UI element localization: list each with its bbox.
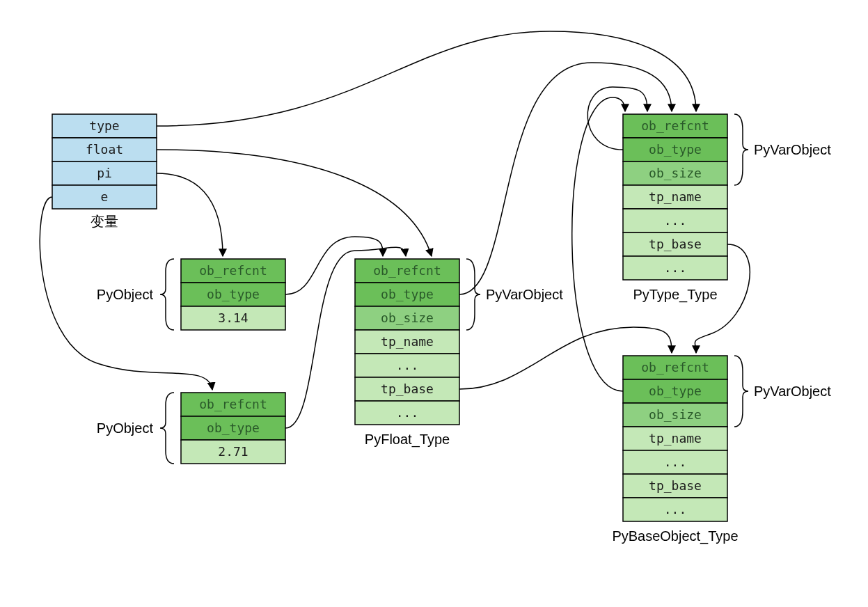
pybaseobject-type: ob_refcnt ob_type ob_size tp_name ... tp… — [612, 356, 831, 544]
vars-cell-type: type — [89, 118, 119, 133]
base-caption: PyBaseObject_Type — [612, 528, 738, 544]
base-cell-refcnt: ob_refcnt — [641, 360, 709, 375]
pi-cell-obtype: ob_type — [207, 287, 260, 301]
base-cell-dots2: ... — [664, 502, 687, 517]
type-caption: PyType_Type — [633, 287, 717, 303]
float-cell-tpbase: tp_base — [381, 381, 434, 396]
float-cell-dots1: ... — [396, 358, 419, 372]
float-cell-dots2: ... — [396, 405, 419, 420]
base-cell-dots1: ... — [664, 455, 687, 469]
vars-table: type float pi e 变量 — [52, 114, 157, 229]
type-cell-dots1: ... — [664, 213, 687, 228]
e-brace-label: PyObject — [97, 420, 154, 436]
base-cell-obsize: ob_size — [649, 407, 702, 422]
diagram-canvas: type float pi e 变量 ob_refcnt ob_type 3.1… — [14, 14, 868, 607]
type-cell-obsize: ob_size — [649, 166, 702, 180]
vars-caption: 变量 — [90, 214, 118, 229]
base-cell-obtype: ob_type — [649, 384, 702, 398]
vars-cell-e: e — [101, 189, 109, 204]
type-cell-tpname: tp_name — [649, 189, 702, 204]
base-brace-label: PyVarObject — [754, 384, 831, 399]
type-brace-label: PyVarObject — [754, 142, 831, 157]
pytype-type: ob_refcnt ob_type ob_size tp_name ... tp… — [623, 114, 831, 303]
arrow-type-to-pytype — [157, 31, 696, 126]
pi-object: ob_refcnt ob_type 3.14 PyObject — [97, 259, 285, 330]
pyfloat-type: ob_refcnt ob_type ob_size tp_name ... tp… — [355, 259, 563, 448]
float-cell-obtype: ob_type — [381, 287, 434, 301]
base-cell-tpname: tp_name — [649, 431, 702, 446]
type-cell-tpbase: tp_base — [649, 237, 702, 251]
type-cell-obtype: ob_type — [649, 142, 702, 157]
float-cell-obsize: ob_size — [381, 310, 434, 325]
e-cell-refcnt: ob_refcnt — [199, 397, 267, 411]
e-object: ob_refcnt ob_type 2.71 PyObject — [97, 393, 285, 464]
base-cell-tpbase: tp_base — [649, 478, 702, 493]
float-cell-refcnt: ob_refcnt — [373, 263, 441, 278]
pi-brace-label: PyObject — [97, 287, 154, 302]
type-cell-refcnt: ob_refcnt — [641, 118, 709, 133]
vars-cell-float: float — [86, 142, 123, 157]
e-cell-obtype: ob_type — [207, 420, 260, 435]
pi-cell-value: 3.14 — [218, 310, 248, 325]
e-cell-value: 2.71 — [218, 444, 248, 459]
vars-cell-pi: pi — [97, 166, 112, 180]
type-cell-dots2: ... — [664, 260, 687, 275]
arrow-pi-to-piobj — [157, 173, 223, 256]
float-brace-label: PyVarObject — [486, 287, 563, 302]
arrow-float-to-pyfloat — [157, 150, 432, 256]
float-cell-tpname: tp_name — [381, 334, 434, 349]
float-caption: PyFloat_Type — [365, 432, 450, 448]
pi-cell-refcnt: ob_refcnt — [199, 263, 267, 278]
